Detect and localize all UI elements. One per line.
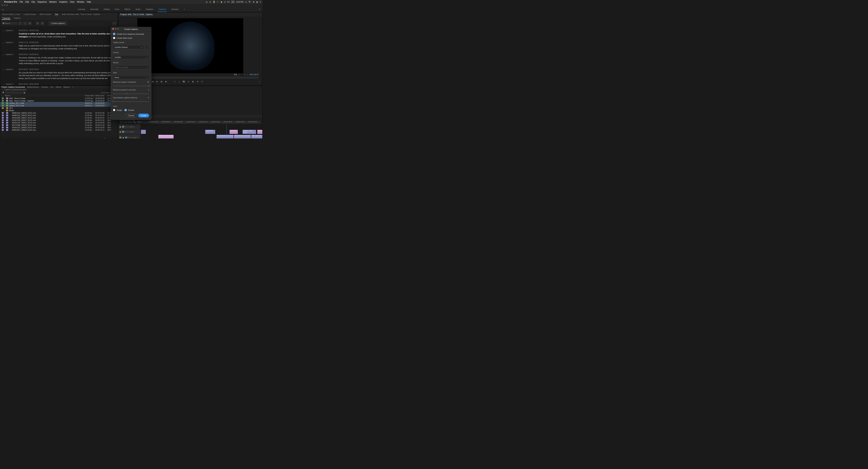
label-swatch[interactable]	[2, 129, 4, 131]
timeline-ruler[interactable]: 00:0000:00:07:0000:00:08:0000:00:09:0000…	[137, 121, 260, 124]
overflow-icon[interactable]: »	[72, 86, 73, 88]
timeline-clip[interactable]: ersaltzClips	[205, 129, 215, 134]
segment-menu-icon[interactable]: ⋯	[3, 30, 6, 38]
refresh-button[interactable]: ↻	[28, 22, 32, 25]
panel-menu-button[interactable]: ⋯	[112, 22, 117, 25]
control-center-icon[interactable]: ⚙	[253, 1, 254, 3]
col-fps[interactable]: Frame Rate	[85, 95, 95, 96]
dialog-minimize-icon[interactable]	[115, 28, 116, 30]
format-select[interactable]: Subtitle ⌄	[113, 55, 149, 59]
ws-color[interactable]: Color	[114, 7, 120, 12]
ws-captions[interactable]: Captions	[157, 7, 167, 12]
col-start[interactable]: Media Start	[95, 95, 107, 96]
track-target-v1[interactable]: V1	[125, 137, 127, 139]
markers-tab[interactable]: Markers	[64, 86, 70, 88]
mindur-slider[interactable]	[113, 94, 149, 94]
zoom-slider[interactable]: —○——	[13, 138, 20, 139]
wrench-icon[interactable]: 🔧	[133, 121, 136, 124]
tab-source[interactable]: Source: Audio 2_2.wav	[2, 13, 21, 16]
freeform-view-icon[interactable]: ⊞	[10, 138, 12, 139]
track-output-icon[interactable]: ⊡	[130, 137, 132, 139]
eye-icon[interactable]: 👁	[128, 137, 130, 139]
timeline-clip[interactable]: Silbersa	[257, 129, 262, 134]
label-swatch[interactable]	[2, 127, 4, 128]
wifi-icon[interactable]: ᯤ	[217, 1, 219, 3]
asset-row[interactable]: A010C095_160517_R1JC.mov 25.00 fps 03:05…	[0, 117, 118, 119]
siri-icon[interactable]: ◉	[256, 1, 258, 3]
label-swatch[interactable]	[2, 122, 4, 123]
timeline-clip[interactable]: SilbersaltzClips.mp4.Subclip	[234, 135, 251, 139]
ws-assembly[interactable]: Assembly	[89, 7, 100, 12]
trash-icon[interactable]: 🗑	[114, 138, 116, 139]
label-swatch[interactable]	[2, 110, 4, 111]
menu-edit[interactable]: Edit	[25, 1, 29, 3]
track-target-v3[interactable]: V3	[122, 125, 124, 128]
label-swatch[interactable]	[2, 119, 4, 121]
slider-thumb[interactable]	[148, 85, 150, 87]
dialog-maximize-icon[interactable]	[117, 28, 119, 30]
find-icon[interactable]: 🔍	[103, 138, 106, 139]
effects-tab[interactable]: Effects	[56, 86, 61, 88]
lock-icon[interactable]: 🔒	[119, 131, 121, 133]
extract-icon[interactable]: ⎌	[178, 81, 181, 83]
label-swatch[interactable]	[2, 105, 4, 107]
new-bin-icon[interactable]: 📁	[107, 138, 110, 139]
asset-row[interactable]: A020C007_160525_R1JC.mov 25.00 fps 00:05…	[0, 129, 118, 131]
list-view-icon[interactable]: ≡	[5, 138, 6, 139]
snap-icon[interactable]: ⊓	[120, 121, 122, 124]
radio-blank-track[interactable]	[113, 37, 115, 39]
step-back-icon[interactable]: ◀|	[151, 81, 154, 83]
automate-icon[interactable]: ⊟	[100, 138, 102, 139]
chevron-down-icon[interactable]: ⌄	[238, 74, 240, 76]
label-swatch[interactable]	[2, 100, 4, 101]
timeline-tracks[interactable]: 🔒 V3 👁 ⊡ Video 3 🔒 V2 👁 ⊡ Vi	[118, 124, 262, 139]
timeline-clip[interactable]: ADOBE x ALEX [16x9]	[242, 129, 256, 134]
tab-lumetri[interactable]: Lumetri Scopes	[23, 13, 36, 16]
slider-thumb[interactable]	[126, 93, 127, 94]
clock-icon[interactable]: ◷	[209, 1, 211, 3]
program-timecode[interactable]: 00:01:08:07	[250, 74, 259, 76]
radio-from-transcript[interactable]	[113, 33, 115, 35]
marker-add-icon[interactable]: ●	[125, 121, 127, 124]
segment-text[interactable]: Creativity is within all of us. Great id…	[19, 32, 115, 38]
monitor-zoom[interactable]: ½	[244, 74, 245, 76]
expand-icon[interactable]: ⌄	[4, 110, 6, 111]
step-fwd-icon[interactable]: |▶	[160, 81, 163, 83]
timeline-clip[interactable]: SilbersaltzClips.mp4.Subclip	[251, 135, 262, 139]
segment-text[interactable]: It's a puzzle that you have to sort of t…	[19, 71, 115, 80]
asset-row[interactable]: A010C105_160517_R1JC.mov 25.00 fps 03:09…	[0, 119, 118, 121]
cancel-button[interactable]: Cancel	[126, 114, 137, 117]
create-captions-button[interactable]: Create captions	[49, 21, 67, 25]
menu-graphics[interactable]: Graphics	[59, 1, 67, 3]
asset-list[interactable]: AAA - Time to Create 23.976 fps 00:00:00…	[0, 97, 118, 137]
track-output-icon[interactable]: ⊡	[127, 126, 129, 128]
icon-view-icon[interactable]: ▦	[7, 138, 9, 139]
share-icon[interactable]: ⇧	[259, 8, 260, 10]
new-item-icon[interactable]: ▣	[111, 138, 113, 139]
label-swatch[interactable]	[2, 115, 4, 116]
prev-match-button[interactable]: ⌃	[18, 22, 22, 25]
date-badge[interactable]: 20	[231, 1, 235, 3]
zoom-arrow-icon[interactable]: ↘	[247, 74, 248, 76]
goto-out-icon[interactable]: ▶|	[165, 81, 167, 83]
segment-text[interactable]: Right now is a great time to create beca…	[19, 44, 115, 50]
radio-single[interactable]	[113, 109, 115, 111]
next-match-button[interactable]: ⌄	[23, 22, 27, 25]
asset-row[interactable]: ⌄ Media	[0, 109, 118, 112]
program-monitor-canvas[interactable]	[137, 18, 243, 73]
radio-double[interactable]	[124, 109, 127, 111]
eye-icon[interactable]: 👁	[125, 131, 127, 133]
label-swatch[interactable]	[2, 112, 4, 114]
timeline-clip[interactable]: Silbersaltz	[229, 129, 238, 134]
ws-editing[interactable]: Editing	[103, 7, 111, 12]
subtab-captions[interactable]: Captions	[13, 17, 21, 20]
ws-libraries[interactable]: Libraries	[170, 7, 180, 12]
label-swatch[interactable]	[2, 107, 4, 109]
segment-menu-icon[interactable]: ⋯	[3, 41, 6, 50]
preset-select[interactable]: Subtitle Default ⌄	[113, 45, 144, 49]
back-icon[interactable]: ◁	[2, 89, 3, 91]
clock-time[interactable]: 2:52 PM	[236, 1, 243, 3]
merge-button[interactable]: ⇕	[36, 22, 39, 25]
status-icon[interactable]: ◉	[221, 1, 222, 3]
speaker-label[interactable]: Speaker 1	[6, 41, 19, 50]
